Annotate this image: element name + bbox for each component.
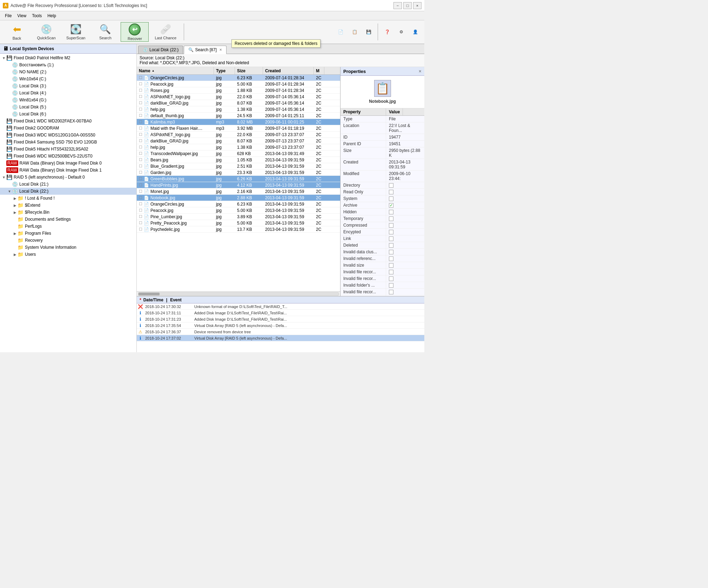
props-checkbox[interactable] bbox=[389, 203, 393, 208]
tree-item[interactable]: RAWRAW Data (Binary) Disk Image Fixed Di… bbox=[0, 167, 136, 174]
tree-toggle[interactable]: ▶ bbox=[13, 232, 18, 235]
file-checkbox[interactable]: ☐ bbox=[139, 227, 142, 232]
table-row[interactable]: ☐ 📄 Peacock.jpg jpg 5.00 KB 2013-04-13 0… bbox=[137, 207, 340, 214]
table-row[interactable]: ☐ 📄 default_thumb.jpg jpg 24.5 KB 2009-0… bbox=[137, 113, 340, 119]
tree-item[interactable]: 💿Local Disk (5:) bbox=[0, 103, 136, 111]
log-row[interactable]: ℹ 2018-10-24 17:35:54 Virtual Disk Array… bbox=[137, 322, 424, 329]
table-row[interactable]: ☐ 📄 ASPdotNET_logo.jpg jpg 22.0 KB 2009-… bbox=[137, 94, 340, 100]
tree-toggle[interactable]: ▼ bbox=[1, 175, 6, 179]
file-checkbox[interactable]: ☐ bbox=[139, 145, 142, 149]
props-checkbox[interactable] bbox=[389, 276, 393, 281]
tree-item[interactable]: 💿Восстановить (1:) bbox=[0, 61, 136, 68]
menu-file[interactable]: File bbox=[2, 13, 14, 19]
file-checkbox[interactable]: ☐ bbox=[139, 101, 142, 105]
file-checkbox[interactable]: ☐ bbox=[139, 132, 142, 137]
col-m-header[interactable]: M bbox=[314, 67, 324, 74]
tree-item[interactable]: 💿Local Disk (3:) bbox=[0, 82, 136, 89]
table-row[interactable]: ☐ 📄 OrangeCircles.jpg jpg 6.23 KB 2009-0… bbox=[137, 75, 340, 81]
file-checkbox[interactable]: ☐ bbox=[139, 221, 142, 225]
file-checkbox[interactable]: ☐ bbox=[139, 202, 142, 206]
tree-item[interactable]: 💿Win81x64 (G:) bbox=[0, 96, 136, 103]
tab-close-icon[interactable]: × bbox=[220, 47, 222, 52]
tree-toggle[interactable]: ▶ bbox=[13, 203, 18, 207]
log-row[interactable]: ❌ 2018-10-24 17:30:32 Unknown format of … bbox=[137, 303, 424, 310]
table-row[interactable]: ☐ 📄 Blue_Gradient.jpg jpg 2.51 KB 2013-0… bbox=[137, 163, 340, 169]
table-row[interactable]: ☐ 📄 darkBlue_GRAD.jpg jpg 8.07 KB 2009-0… bbox=[137, 138, 340, 144]
search-button[interactable]: 🔍 Search bbox=[91, 22, 119, 42]
file-checkbox[interactable]: ☐ bbox=[139, 208, 142, 213]
tab-search[interactable]: 🔍 Search [87] × bbox=[184, 46, 226, 54]
tree-item[interactable]: ▼💾RAID 5 (left asynchronous) - Default 0 bbox=[0, 174, 136, 181]
tree-item[interactable]: 💾Fixed Disk4 Samsung SSD 750 EVO 120GB bbox=[0, 139, 136, 146]
tree-item[interactable]: 💿Local Disk (6:) bbox=[0, 111, 136, 118]
toolbar-page-btn[interactable]: 📄 bbox=[334, 22, 347, 42]
col-size-header[interactable]: Size bbox=[235, 67, 263, 74]
col-type-header[interactable]: Type bbox=[214, 67, 235, 74]
close-button[interactable]: × bbox=[413, 2, 422, 9]
props-checkbox[interactable] bbox=[389, 283, 393, 288]
back-button[interactable]: ⬅ Back bbox=[3, 22, 31, 42]
titlebar-controls[interactable]: − □ × bbox=[393, 2, 422, 9]
props-checkbox[interactable] bbox=[389, 250, 393, 254]
tree-item[interactable]: ▶📁$Extend bbox=[0, 202, 136, 209]
table-row[interactable]: ☐ 📄 Psychedelic.jpg jpg 13.7 KB 2013-04-… bbox=[137, 226, 340, 233]
quickscan-button[interactable]: 💿 QuickScan bbox=[32, 22, 60, 42]
table-row[interactable]: ☐ 📄 Notebook.jpg jpg 2.88 KB 2013-04-13 … bbox=[137, 195, 340, 201]
log-row[interactable]: ⚠ 2018-10-24 17:36:37 Device removed fro… bbox=[137, 329, 424, 335]
tab-local-disk[interactable]: 💿 Local Disk (22:) bbox=[138, 46, 183, 54]
toolbar-user-btn[interactable]: 👤 bbox=[409, 22, 422, 42]
tree-item[interactable]: ▶📁$Recycle.Bin bbox=[0, 209, 136, 216]
file-checkbox[interactable]: ☐ bbox=[139, 164, 142, 168]
tree-toggle[interactable]: ▶ bbox=[13, 253, 18, 256]
file-checkbox[interactable]: ☐ bbox=[139, 75, 142, 80]
col-created-header[interactable]: Created bbox=[263, 67, 314, 74]
log-row[interactable]: ℹ 2018-10-24 17:31:23 Added Disk Image D… bbox=[137, 316, 424, 322]
tree-item[interactable]: 💾Fixed Disk3 WDC WDS120G1G0A-00SS50 bbox=[0, 132, 136, 139]
menu-help[interactable]: Help bbox=[45, 13, 59, 19]
file-checkbox[interactable]: ☐ bbox=[139, 120, 142, 124]
tree-toggle[interactable]: ▼ bbox=[1, 56, 6, 60]
tree-item[interactable]: ▶📁Program Files bbox=[0, 230, 136, 237]
file-checkbox[interactable]: ☐ bbox=[139, 170, 142, 175]
props-checkbox[interactable] bbox=[389, 270, 393, 274]
file-checkbox[interactable]: ☐ bbox=[139, 214, 142, 219]
table-row[interactable]: ☐ 📄 Bears.jpg jpg 1.05 KB 2013-04-13 09:… bbox=[137, 157, 340, 163]
tree-toggle[interactable]: ▶ bbox=[13, 196, 18, 200]
hscroll[interactable] bbox=[137, 291, 340, 296]
tree-item[interactable]: ▼💾Fixed Disk0 Patriot Hellfire M2 bbox=[0, 54, 136, 61]
table-row[interactable]: ☐ 📄 TranscodedWallpaper.jpg jpg 628 KB 2… bbox=[137, 151, 340, 157]
tree-item[interactable]: 💿Local Disk (4:) bbox=[0, 89, 136, 96]
recover-button[interactable]: ↩ Recover bbox=[121, 22, 149, 42]
toolbar-help-btn[interactable]: ❓ bbox=[381, 22, 393, 42]
tree-toggle[interactable]: ▼ bbox=[7, 189, 12, 193]
scrollbar-thumb[interactable] bbox=[139, 293, 160, 295]
file-checkbox[interactable]: ☐ bbox=[139, 82, 142, 86]
superscan-button[interactable]: 💽 SuperScan bbox=[62, 22, 90, 42]
props-close-button[interactable]: × bbox=[419, 68, 422, 74]
lastchance-button[interactable]: 🩹 Last Chance bbox=[150, 22, 181, 42]
props-checkbox[interactable] bbox=[389, 190, 393, 194]
table-row[interactable]: ☐ 📄 OrangeCircles.jpg jpg 6.23 KB 2013-0… bbox=[137, 201, 340, 207]
tree-item[interactable]: 💿Local Disk (21:) bbox=[0, 181, 136, 188]
props-checkbox[interactable] bbox=[389, 243, 393, 248]
file-checkbox[interactable]: ☐ bbox=[139, 139, 142, 143]
file-checkbox[interactable]: ☐ bbox=[139, 158, 142, 162]
minimize-button[interactable]: − bbox=[393, 2, 402, 9]
props-checkbox[interactable] bbox=[389, 263, 393, 268]
props-checkbox[interactable] bbox=[389, 256, 393, 261]
table-row[interactable]: ☐ 📄 Monet.jpg jpg 2.16 KB 2013-04-13 09:… bbox=[137, 188, 340, 195]
file-checkbox[interactable]: ☐ bbox=[139, 151, 142, 156]
table-row[interactable]: ☐ 📄 help.jpg jpg 1.38 KB 2009-07-13 23:3… bbox=[137, 144, 340, 151]
tree-item[interactable]: ▶📁Users bbox=[0, 251, 136, 258]
maximize-button[interactable]: □ bbox=[403, 2, 412, 9]
file-checkbox[interactable]: ☐ bbox=[139, 176, 142, 181]
tree-item[interactable]: 💿NO NAME (2:) bbox=[0, 68, 136, 75]
tree-item[interactable]: 💾Fixed Disk1 WDC WD2002FAEX-007BA0 bbox=[0, 118, 136, 125]
tree-item[interactable]: 💿Win10x64 (C:) bbox=[0, 75, 136, 82]
col-name-header[interactable]: Name ▲ bbox=[137, 67, 214, 74]
tree-item[interactable]: 📁Documents and Settings bbox=[0, 216, 136, 223]
tree-item[interactable]: 💾Fixed Disk2 GOODRAM bbox=[0, 125, 136, 132]
props-checkbox[interactable] bbox=[389, 216, 393, 221]
table-row[interactable]: ☐ 📄 Pine_Lumber.jpg jpg 3.89 KB 2013-04-… bbox=[137, 214, 340, 220]
log-row[interactable]: ℹ 2018-10-24 17:31:11 Added Disk Image D… bbox=[137, 310, 424, 316]
